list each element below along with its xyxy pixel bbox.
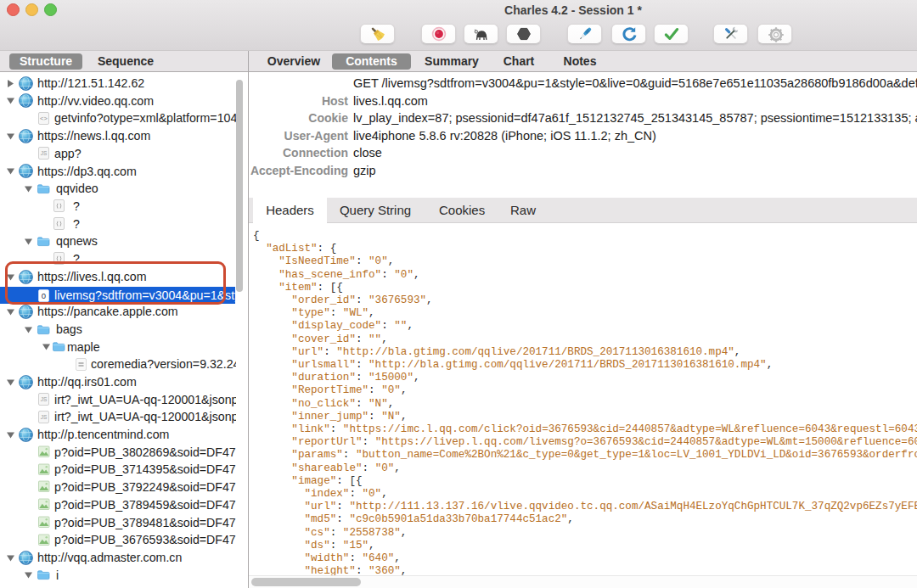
svg-text:JS: JS bbox=[41, 150, 48, 156]
svg-text:JS: JS bbox=[41, 414, 48, 420]
svg-text:JS: JS bbox=[41, 396, 48, 402]
svg-text:<>: <> bbox=[40, 115, 48, 122]
